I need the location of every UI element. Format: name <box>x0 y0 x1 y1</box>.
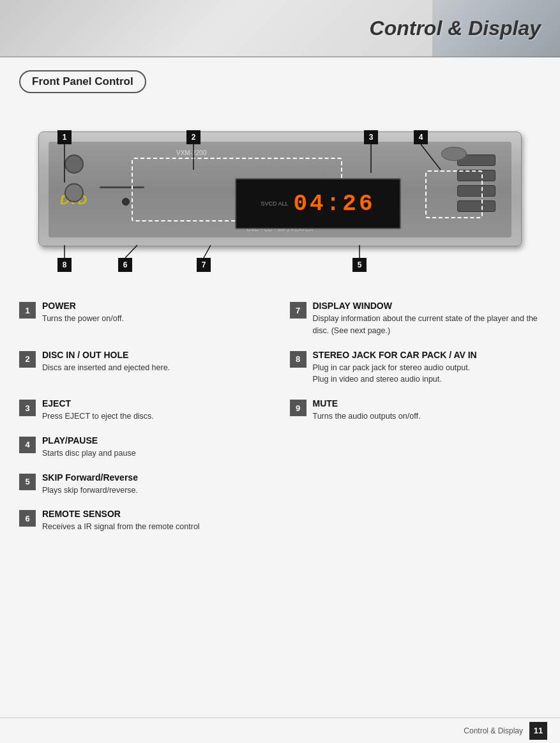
section-title-box: Front Panel Control <box>19 70 146 93</box>
desc-num-9: 9 <box>290 400 306 416</box>
desc-text-8: STEREO JACK FOR CAR PACK / AV IN Plug in… <box>313 350 541 386</box>
desc-num-1: 1 <box>19 302 36 319</box>
badge-4: 4 <box>414 130 428 144</box>
desc-item-1: 1 POWER Turns the power on/off. <box>19 294 271 343</box>
section-title: Front Panel Control <box>32 75 133 87</box>
desc-num-2: 2 <box>19 351 36 368</box>
device-model: VXM-2200 <box>176 149 206 156</box>
desc-text-6: REMOTE SENSOR Receives a IR signal from … <box>42 509 271 533</box>
display-dotted-box: SVCD ALL 04:26 <box>132 158 342 221</box>
desc-text-2: DISC IN / OUT HOLE Discs are inserted an… <box>42 350 271 374</box>
desc-item-empty-2 <box>290 466 541 503</box>
desc-text-4: PLAY/PAUSE Starts disc play and pause <box>42 435 271 460</box>
badge-8: 8 <box>57 258 72 272</box>
desc-num-8: 8 <box>290 351 306 368</box>
desc-title-8: STEREO JACK FOR CAR PACK / AV IN <box>313 350 541 360</box>
desc-num-3: 3 <box>19 400 36 416</box>
desc-title-2: DISC IN / OUT HOLE <box>42 350 271 360</box>
desc-item-empty-1 <box>290 429 541 466</box>
desc-body-3: Press EJECT to eject the discs. <box>42 410 271 423</box>
desc-title-1: POWER <box>42 301 271 311</box>
right-controls-dotted-box <box>425 170 483 218</box>
desc-title-4: PLAY/PAUSE <box>42 435 271 446</box>
desc-body-6: Receives a IR signal from the remote con… <box>42 521 271 533</box>
desc-title-6: REMOTE SENSOR <box>42 509 271 519</box>
desc-item-4: 4 PLAY/PAUSE Starts disc play and pause <box>19 429 271 466</box>
desc-num-4: 4 <box>19 437 36 453</box>
device-inner: VXM-2200 DVD SVCD ALL <box>49 142 511 237</box>
badge-3: 3 <box>364 130 378 144</box>
desc-text-1: POWER Turns the power on/off. <box>42 301 271 325</box>
badge-7: 7 <box>197 258 211 272</box>
desc-item-3: 3 EJECT Press EJECT to eject the discs. <box>19 392 271 429</box>
desc-num-6: 6 <box>19 510 36 527</box>
left-button-visual <box>64 183 84 202</box>
desc-title-7: DISPLAY WINDOW <box>313 301 541 311</box>
descriptions-grid: 1 POWER Turns the power on/off. 7 DISPLA… <box>19 294 541 539</box>
device-body: VXM-2200 DVD SVCD ALL <box>38 131 522 246</box>
desc-text-5: SKIP Forward/Reverse Plays skip forward/… <box>42 472 271 497</box>
desc-text-3: EJECT Press EJECT to eject the discs. <box>42 398 271 423</box>
desc-item-9: 9 MUTE Turns the audio outputs on/off. <box>290 392 541 429</box>
badge-5: 5 <box>352 258 367 272</box>
header: Control & Display <box>0 0 560 57</box>
desc-text-7: DISPLAY WINDOW Display information about… <box>313 301 541 337</box>
svg-line-5 <box>125 245 137 258</box>
device-diagram: 1 2 3 4 8 6 7 5 <box>19 106 541 278</box>
svg-line-6 <box>204 245 211 258</box>
desc-item-7: 7 DISPLAY WINDOW Display information abo… <box>290 294 541 343</box>
desc-body-5: Plays skip forward/reverse. <box>42 484 271 497</box>
desc-title-3: EJECT <box>42 398 271 409</box>
desc-num-5: 5 <box>19 474 36 490</box>
desc-body-4: Starts disc play and pause <box>42 447 271 460</box>
remote-sensor-visual <box>122 198 130 206</box>
desc-body-8: Plug in car pack jack for stereo audio o… <box>313 362 541 386</box>
desc-body-9: Turns the audio outputs on/off. <box>313 410 541 423</box>
main-content: Front Panel Control 1 2 3 4 8 6 7 5 <box>0 57 560 717</box>
desc-body-2: Discs are inserted and ejected here. <box>42 362 271 374</box>
power-button-visual <box>64 154 84 174</box>
display-window-visual: SVCD ALL 04:26 <box>235 178 401 229</box>
badge-1: 1 <box>57 130 72 144</box>
desc-title-5: SKIP Forward/Reverse <box>42 472 271 483</box>
desc-item-6: 6 REMOTE SENSOR Receives a IR signal fro… <box>19 502 271 539</box>
desc-text-9: MUTE Turns the audio outputs on/off. <box>313 398 541 423</box>
badge-6: 6 <box>118 258 132 272</box>
desc-title-9: MUTE <box>313 398 541 409</box>
desc-num-7: 7 <box>290 302 306 319</box>
desc-item-2: 2 DISC IN / OUT HOLE Discs are inserted … <box>19 343 271 393</box>
eject-button-visual <box>441 147 467 161</box>
desc-body-1: Turns the power on/off. <box>42 313 271 325</box>
desc-body-7: Display information about the current st… <box>313 313 541 337</box>
desc-item-empty-3 <box>290 502 541 539</box>
page-title: Control & Display <box>370 17 541 40</box>
display-time: 04:26 <box>294 191 375 217</box>
badge-2: 2 <box>186 130 201 144</box>
desc-item-8: 8 STEREO JACK FOR CAR PACK / AV IN Plug … <box>290 343 541 393</box>
footer-label: Control & Display <box>464 726 523 735</box>
desc-item-5: 5 SKIP Forward/Reverse Plays skip forwar… <box>19 466 271 503</box>
footer: Control & Display 11 <box>0 717 560 743</box>
footer-page-number: 11 <box>529 722 547 740</box>
